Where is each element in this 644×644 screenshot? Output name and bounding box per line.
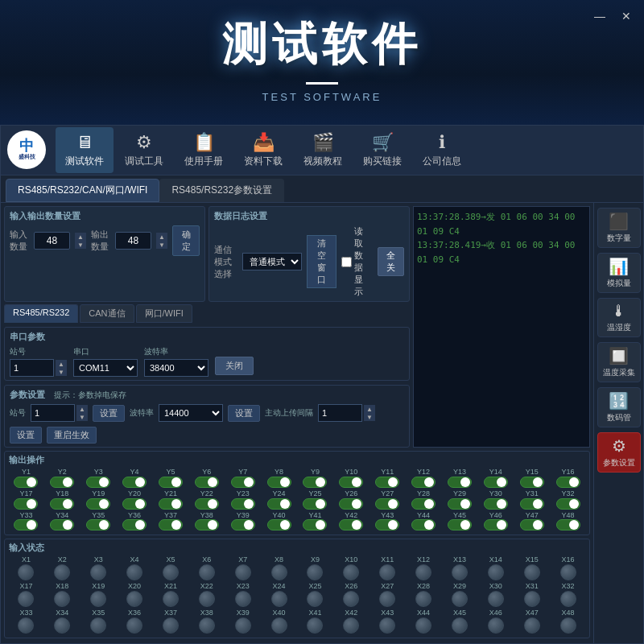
port-select[interactable]: COM11COM1COM2: [73, 359, 138, 377]
toggle-switch-Y21[interactable]: [159, 498, 183, 510]
toggle-switch-Y40[interactable]: [267, 519, 291, 530]
toggle-switch-Y23[interactable]: [231, 498, 255, 510]
toggle-switch-Y37[interactable]: [159, 519, 183, 530]
toggle-switch-Y17[interactable]: [14, 498, 38, 510]
toggle-switch-Y38[interactable]: [195, 519, 219, 530]
toggle-switch-Y44[interactable]: [411, 519, 436, 530]
toggle-switch-Y27[interactable]: [375, 498, 399, 510]
toggle-switch-Y6[interactable]: [195, 477, 219, 488]
toggle-switch-Y7[interactable]: [231, 477, 255, 488]
param-interval-up[interactable]: ▲: [364, 405, 375, 413]
input-spin-down[interactable]: ▼: [75, 241, 86, 249]
param-station-input[interactable]: [31, 404, 75, 422]
toggle-switch-Y36[interactable]: [122, 519, 147, 530]
confirm-button[interactable]: 确定: [172, 225, 200, 256]
nav-item-manual[interactable]: 📋 使用手册: [175, 127, 233, 173]
toggle-switch-Y28[interactable]: [411, 498, 436, 510]
output-count-field[interactable]: [115, 232, 151, 250]
close-serial-button[interactable]: 关闭: [215, 357, 254, 375]
close-button[interactable]: ✕: [617, 8, 636, 24]
toggle-switch-Y46[interactable]: [484, 519, 508, 530]
param-set-btn-3[interactable]: 设置: [10, 427, 42, 444]
toggle-switch-Y45[interactable]: [448, 519, 472, 530]
toggle-switch-Y48[interactable]: [556, 519, 580, 530]
output-spin-up[interactable]: ▲: [156, 233, 167, 241]
sub-tab-can[interactable]: CAN通信: [80, 304, 134, 323]
mode-select[interactable]: 普通模式 高级模式: [242, 253, 302, 270]
toggle-switch-Y31[interactable]: [520, 498, 544, 510]
toggle-switch-Y34[interactable]: [50, 519, 74, 530]
toggle-switch-Y32[interactable]: [556, 498, 580, 510]
sidebar-btn-temp[interactable]: 🔲 温度采集: [597, 342, 641, 382]
toggle-switch-Y4[interactable]: [122, 477, 147, 488]
tab-main-2[interactable]: RS485/RS232参数设置: [159, 179, 284, 202]
toggle-switch-Y24[interactable]: [267, 498, 291, 510]
param-hint: 提示：参数掉电保存: [54, 390, 126, 399]
toggle-switch-Y43[interactable]: [375, 519, 399, 530]
param-baud-select[interactable]: 1440096001920038400: [159, 404, 223, 422]
nav-item-buy[interactable]: 🛒 购买链接: [353, 127, 411, 173]
toggle-switch-Y10[interactable]: [339, 477, 363, 488]
sidebar-btn-digit-tube[interactable]: 🔢 数码管: [597, 387, 641, 427]
param-set-btn-2[interactable]: 设置: [228, 405, 260, 422]
nav-item-test[interactable]: 🖥 测试软件: [56, 127, 114, 173]
toggle-switch-Y30[interactable]: [484, 498, 508, 510]
toggle-switch-Y15[interactable]: [520, 477, 544, 488]
toggle-switch-Y35[interactable]: [86, 519, 110, 530]
sidebar-btn-analog[interactable]: 📊 模拟量: [597, 253, 641, 293]
toggle-switch-Y19[interactable]: [86, 498, 110, 510]
param-station-down[interactable]: ▼: [76, 413, 88, 421]
param-interval-down[interactable]: ▼: [364, 413, 375, 421]
sidebar-btn-params[interactable]: ⚙ 参数设置: [597, 432, 641, 473]
toggle-switch-Y39[interactable]: [231, 519, 255, 530]
param-set-btn-1[interactable]: 设置: [93, 405, 125, 422]
minimize-button[interactable]: —: [589, 8, 610, 24]
dot-X3: [90, 564, 106, 580]
toggle-switch-Y14[interactable]: [484, 477, 508, 488]
toggle-label: Y4: [130, 468, 139, 477]
nav-item-download[interactable]: 📥 资料下载: [234, 127, 292, 173]
input-count-field[interactable]: [34, 232, 70, 250]
toggle-switch-Y11[interactable]: [375, 477, 399, 488]
sub-tab-rs485[interactable]: RS485/RS232: [4, 304, 78, 323]
toggle-switch-Y26[interactable]: [339, 498, 363, 510]
input-spin-up[interactable]: ▲: [75, 233, 86, 241]
sidebar-btn-humidity[interactable]: 🌡 温湿度: [597, 298, 641, 337]
baud-select[interactable]: 38400960019200115200: [144, 359, 208, 377]
toggle-switch-Y22[interactable]: [195, 498, 219, 510]
sidebar-btn-digital[interactable]: ⬛ 数字量: [597, 208, 641, 248]
station-input[interactable]: [10, 359, 54, 377]
toggle-switch-Y12[interactable]: [411, 477, 436, 488]
station-up[interactable]: ▲: [56, 360, 67, 368]
param-station-up[interactable]: ▲: [76, 405, 88, 413]
toggle-switch-Y1[interactable]: [14, 477, 38, 488]
tab-main-1[interactable]: RS485/RS232/CAN/网口/WIFI: [6, 179, 159, 202]
toggle-switch-Y13[interactable]: [448, 477, 472, 488]
toggle-switch-Y42[interactable]: [339, 519, 363, 530]
nav-item-info[interactable]: ℹ 公司信息: [413, 127, 471, 173]
restart-button[interactable]: 重启生效: [47, 427, 97, 444]
toggle-switch-Y33[interactable]: [14, 519, 38, 530]
toggle-switch-Y16[interactable]: [556, 477, 580, 488]
sub-tab-wifi[interactable]: 网口/WIFI: [136, 304, 192, 323]
clear-button[interactable]: 清空窗口: [307, 235, 336, 288]
param-interval-input[interactable]: [318, 404, 362, 422]
station-down[interactable]: ▼: [56, 368, 67, 376]
gear-icon: ⚙: [136, 132, 152, 153]
toggle-switch-Y41[interactable]: [303, 519, 327, 530]
toggle-switch-Y47[interactable]: [520, 519, 544, 530]
toggle-switch-Y29[interactable]: [448, 498, 472, 510]
nav-item-video[interactable]: 🎬 视频教程: [294, 127, 352, 173]
nav-item-debug[interactable]: ⚙ 调试工具: [115, 127, 173, 173]
toggle-switch-Y18[interactable]: [50, 498, 74, 510]
toggle-switch-Y3[interactable]: [86, 477, 110, 488]
toggle-switch-Y25[interactable]: [303, 498, 327, 510]
toggle-switch-Y8[interactable]: [267, 477, 291, 488]
read-data-checkbox[interactable]: [341, 257, 352, 267]
toggle-switch-Y9[interactable]: [303, 477, 327, 488]
output-spin-down[interactable]: ▼: [156, 241, 167, 249]
toggle-switch-Y2[interactable]: [50, 477, 74, 488]
toggle-switch-Y5[interactable]: [159, 477, 183, 488]
all-off-button[interactable]: 全关: [378, 247, 404, 276]
toggle-switch-Y20[interactable]: [122, 498, 147, 510]
